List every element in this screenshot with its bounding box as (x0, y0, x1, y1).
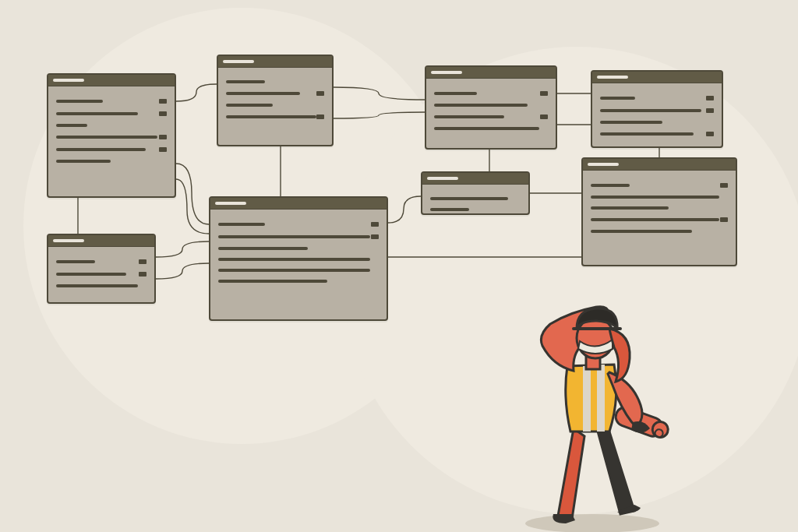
row-chip (316, 115, 324, 119)
schema-row (218, 247, 379, 250)
row-chip (540, 115, 548, 119)
row-line (56, 100, 103, 103)
schema-panel (217, 55, 334, 146)
title-stub (597, 76, 628, 79)
row-line (56, 273, 126, 276)
panel-titlebar (218, 56, 332, 68)
row-line (600, 132, 694, 136)
schema-row (218, 258, 379, 261)
schema-row (226, 80, 324, 83)
row-line (218, 258, 370, 261)
schema-panel (581, 157, 737, 266)
schema-row (430, 208, 521, 211)
row-chip (371, 222, 379, 227)
row-line (226, 92, 300, 95)
panel-body (48, 247, 154, 305)
schema-row (591, 230, 728, 233)
schema-row (430, 197, 521, 200)
schema-row (56, 160, 167, 163)
row-chip (159, 147, 167, 152)
schema-row (218, 280, 379, 283)
schema-row (56, 272, 147, 277)
row-chip (706, 108, 714, 113)
schema-row (226, 115, 324, 119)
row-line (434, 104, 528, 107)
svg-point-2 (525, 514, 659, 532)
schema-row (600, 132, 714, 136)
schema-panel (47, 234, 156, 304)
row-chip (706, 132, 714, 136)
row-chip (139, 272, 147, 277)
schema-row (218, 269, 379, 272)
row-chip (720, 217, 728, 222)
schema-row (434, 115, 548, 119)
row-line (56, 284, 138, 287)
row-line (56, 124, 87, 127)
schema-panel (425, 65, 557, 150)
row-line (56, 136, 157, 139)
panel-titlebar (592, 72, 722, 83)
engineer-figure (499, 280, 678, 532)
schema-row (56, 135, 167, 139)
row-line (56, 112, 138, 115)
row-line (218, 247, 308, 250)
title-stub (215, 202, 246, 205)
schema-row (56, 124, 167, 127)
schema-row (56, 99, 167, 104)
row-line (591, 206, 669, 210)
panel-titlebar (583, 159, 736, 171)
row-line (218, 235, 370, 238)
row-line (591, 218, 719, 221)
row-line (226, 80, 265, 83)
row-chip (540, 91, 548, 96)
title-stub (588, 163, 619, 166)
schema-row (591, 183, 728, 188)
row-chip (316, 91, 324, 96)
row-line (226, 104, 273, 107)
schema-row (226, 91, 324, 96)
schema-row (600, 121, 714, 124)
panel-titlebar (426, 67, 556, 79)
schema-row (218, 234, 379, 239)
panel-body (422, 185, 528, 228)
title-stub (427, 177, 458, 180)
row-line (434, 92, 477, 95)
row-line (218, 280, 327, 283)
row-chip (159, 99, 167, 104)
schema-row (591, 206, 728, 210)
diagram-canvas (0, 0, 798, 532)
schema-panel (591, 70, 723, 148)
panel-titlebar (48, 235, 154, 247)
panel-body (583, 171, 736, 250)
schema-row (434, 127, 548, 130)
svg-rect-3 (583, 366, 591, 432)
schema-panel (47, 73, 176, 198)
title-stub (53, 239, 84, 242)
row-chip (159, 135, 167, 139)
schema-row (56, 259, 147, 264)
row-line (56, 260, 95, 263)
schema-row (218, 222, 379, 227)
panel-body (426, 79, 556, 147)
title-stub (431, 71, 462, 74)
row-line (434, 127, 539, 130)
row-line (591, 184, 630, 187)
row-line (600, 121, 662, 124)
row-chip (159, 111, 167, 116)
panel-titlebar (422, 173, 528, 185)
svg-rect-4 (597, 365, 605, 432)
row-chip (139, 259, 147, 264)
schema-row (56, 284, 147, 287)
row-line (591, 230, 692, 233)
schema-panel (209, 196, 388, 321)
title-stub (223, 60, 254, 63)
schema-row (226, 104, 324, 107)
row-line (591, 196, 719, 199)
schema-row (600, 108, 714, 113)
row-line (434, 115, 504, 118)
schema-row (434, 91, 548, 96)
row-line (56, 148, 146, 151)
row-line (430, 208, 469, 211)
schema-row (56, 111, 167, 116)
panel-body (592, 83, 722, 153)
